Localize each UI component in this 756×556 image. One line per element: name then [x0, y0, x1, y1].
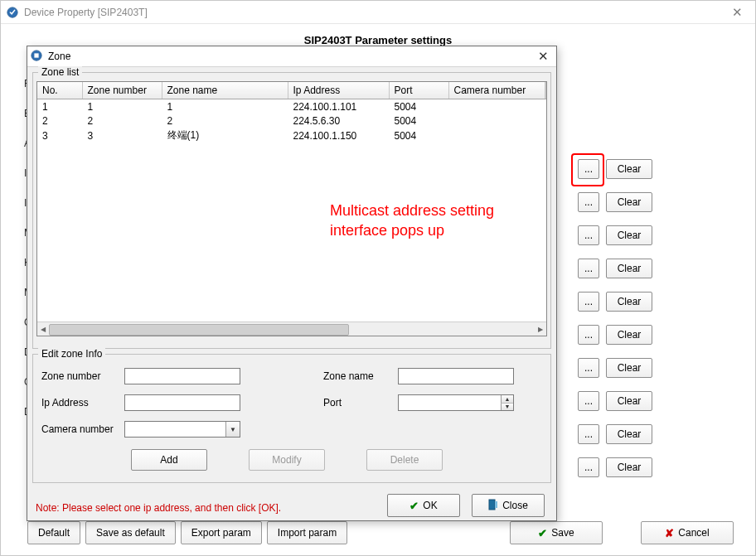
cell-zone-name: 1: [162, 99, 288, 114]
save-button[interactable]: ✔Save: [510, 521, 603, 544]
col-camera-number[interactable]: Camera number: [448, 82, 545, 99]
cell-zone-name: 2: [162, 114, 288, 128]
label-ip-address: Ip Address: [41, 397, 124, 409]
label-zone-name: Zone name: [323, 370, 398, 382]
svg-rect-3: [489, 500, 495, 510]
parent-bottom-bar: Default Save as default Export param Imp…: [27, 521, 739, 544]
zone-title-text: Zone: [48, 51, 70, 62]
browse-button[interactable]: ...: [578, 192, 599, 212]
clear-button[interactable]: Clear: [606, 225, 652, 245]
camera-number-select[interactable]: [124, 421, 240, 438]
cell-camera-number: [448, 114, 545, 128]
table-row[interactable]: 1 1 1 224.100.1.101 5004: [37, 99, 546, 114]
cell-port: 5004: [389, 128, 448, 143]
zone-name-field[interactable]: [398, 368, 514, 384]
clear-button[interactable]: Clear: [606, 192, 652, 212]
browse-button[interactable]: ...: [578, 358, 599, 378]
zone-table[interactable]: No. Zone number Zone name Ip Address Por…: [36, 81, 547, 336]
svg-rect-2: [34, 53, 38, 57]
col-ip-address[interactable]: Ip Address: [288, 82, 389, 99]
spin-down-icon[interactable]: ▼: [501, 404, 513, 411]
import-param-button[interactable]: Import param: [267, 521, 347, 544]
cell-ip-address: 224.5.6.30: [288, 114, 389, 128]
browse-button[interactable]: ...: [578, 457, 599, 477]
x-icon: ✘: [665, 527, 674, 539]
clear-button[interactable]: Clear: [606, 358, 652, 378]
scroll-left-arrow-icon[interactable]: ◀: [37, 322, 49, 336]
cancel-button[interactable]: ✘Cancel: [641, 521, 734, 544]
table-horizontal-scrollbar[interactable]: ◀ ▶: [37, 322, 546, 336]
cell-no: 1: [37, 99, 82, 114]
cell-zone-name: 终端(1): [162, 128, 288, 143]
browse-button[interactable]: ...: [578, 225, 599, 245]
note-text: Note: Please select one ip address, and …: [36, 502, 281, 514]
cell-port: 5004: [389, 99, 448, 114]
parent-titlebar: Device Property [SIP2403T] ✕: [1, 1, 755, 24]
table-row[interactable]: 3 3 终端(1) 224.100.1.150 5004: [37, 128, 546, 143]
col-no[interactable]: No.: [37, 82, 82, 99]
browse-button[interactable]: ...: [578, 424, 599, 444]
zone-dialog-icon: [31, 50, 44, 63]
zone-dialog: Zone ✕ Zone list No. Zone number Zone na…: [27, 46, 557, 521]
cell-camera-number: [448, 99, 545, 114]
col-port[interactable]: Port: [389, 82, 448, 99]
label-camera-number: Camera number: [41, 423, 124, 435]
clear-button[interactable]: Clear: [606, 325, 652, 345]
clear-button[interactable]: Clear: [606, 424, 652, 444]
ok-button[interactable]: ✔ OK: [387, 494, 460, 517]
chevron-down-icon[interactable]: ▼: [225, 422, 240, 437]
label-port: Port: [323, 397, 398, 409]
cell-zone-number: 2: [82, 114, 162, 128]
config-row-actions: ...Clear ...Clear ...Clear ...Clear ...C…: [578, 158, 710, 490]
scroll-thumb[interactable]: [49, 324, 349, 336]
zone-close-button[interactable]: ✕: [530, 49, 556, 64]
add-button[interactable]: Add: [131, 449, 207, 471]
ip-address-field[interactable]: [124, 394, 240, 411]
cell-zone-number: 3: [82, 128, 162, 143]
parent-close-button[interactable]: ✕: [719, 1, 755, 23]
clear-button[interactable]: Clear: [606, 292, 652, 312]
spin-up-icon[interactable]: ▲: [501, 395, 513, 404]
export-param-button[interactable]: Export param: [181, 521, 262, 544]
delete-button[interactable]: Delete: [366, 449, 443, 471]
clear-button[interactable]: Clear: [606, 259, 652, 278]
cell-no: 3: [37, 128, 82, 143]
browse-button[interactable]: ...: [578, 259, 599, 278]
clear-button[interactable]: Clear: [606, 391, 652, 411]
cell-camera-number: [448, 128, 545, 143]
default-button[interactable]: Default: [27, 521, 80, 544]
cell-no: 2: [37, 114, 82, 128]
edit-zone-info-group: Edit zone Info Zone number Zone name Ip …: [32, 354, 551, 483]
zone-titlebar: Zone ✕: [27, 46, 556, 67]
svg-rect-4: [495, 501, 497, 508]
cell-port: 5004: [389, 114, 448, 128]
col-zone-number[interactable]: Zone number: [82, 82, 162, 99]
col-filler: [545, 82, 546, 99]
close-button[interactable]: Close: [472, 494, 545, 517]
clear-button[interactable]: Clear: [606, 159, 652, 179]
table-empty-area: [37, 143, 546, 322]
page-title: SIP2403T Parameter settings: [1, 34, 755, 46]
clear-button[interactable]: Clear: [606, 457, 652, 477]
browse-button[interactable]: ...: [578, 325, 599, 345]
browse-button[interactable]: ...: [578, 159, 599, 179]
edit-zone-label: Edit zone Info: [38, 348, 105, 360]
col-zone-name[interactable]: Zone name: [162, 82, 288, 99]
browse-button[interactable]: ...: [578, 391, 599, 411]
cell-ip-address: 224.100.1.101: [288, 99, 389, 114]
save-as-default-button[interactable]: Save as default: [85, 521, 176, 544]
modify-button[interactable]: Modify: [249, 449, 325, 471]
zone-list-group: Zone list No. Zone number Zone name Ip A…: [32, 72, 551, 349]
parent-title-text: Device Property [SIP2403T]: [24, 7, 148, 18]
label-zone-number: Zone number: [41, 370, 124, 382]
browse-button[interactable]: ...: [578, 292, 599, 312]
zone-number-field[interactable]: [124, 368, 240, 384]
scroll-right-arrow-icon[interactable]: ▶: [535, 322, 546, 336]
table-header-row: No. Zone number Zone name Ip Address Por…: [37, 82, 546, 99]
check-icon: ✔: [410, 500, 419, 512]
door-icon: [488, 499, 498, 513]
port-stepper[interactable]: [398, 394, 514, 411]
check-icon: ✔: [538, 527, 547, 539]
cell-ip-address: 224.100.1.150: [288, 128, 389, 143]
table-row[interactable]: 2 2 2 224.5.6.30 5004: [37, 114, 546, 128]
